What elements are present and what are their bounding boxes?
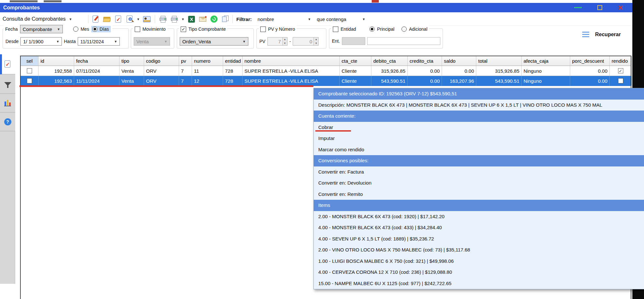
desde-label: Desde [6, 39, 18, 44]
send-email-icon[interactable] [198, 15, 207, 24]
filtrar-label: Filtrar: [236, 16, 252, 22]
table-row-selected[interactable]: 192,563 11/11/2024 Venta ORV 7 12 728 SU… [21, 76, 631, 86]
chevron-down-icon: ▼ [57, 27, 60, 31]
tipo-comprobante-combobox[interactable]: Orden_Venta ▼ [180, 37, 248, 46]
principal-radio[interactable] [369, 27, 375, 32]
fecha-mode-combobox[interactable]: Comprobante ▼ [20, 25, 63, 33]
chevron-down-icon[interactable]: ▼ [181, 17, 185, 21]
sidebar-tab-ayuda[interactable]: ? [0, 112, 15, 131]
export-excel-icon[interactable]: X [187, 15, 196, 24]
whatsapp-icon[interactable] [210, 15, 219, 24]
chevron-down-icon: ▼ [308, 17, 311, 21]
edit-note-icon[interactable] [91, 15, 100, 24]
menu-item-line[interactable]: 1.00 - LUIGI BOSCA MALBEC 6 X 750 (cod: … [314, 256, 644, 267]
menu-item-cobrar[interactable]: Cobrar [314, 122, 644, 133]
row-select-checkbox[interactable] [27, 68, 32, 73]
adicional-radio[interactable] [401, 27, 407, 32]
menu-item-line[interactable]: 4.00 - MONSTER BLACK 6X 473 (cod: 433) |… [314, 222, 644, 233]
rendido-checkbox[interactable]: ✓ [618, 68, 623, 73]
pv-numero-checkbox[interactable] [260, 27, 266, 32]
menu-burger-icon[interactable] [582, 30, 589, 38]
column-header-pv[interactable]: pv [179, 56, 192, 66]
fecha-mode-value: Comprobante [23, 27, 52, 32]
menu-header-cuenta-corriente: Cuenta corriente: [314, 111, 644, 122]
cell-cta-cte: Cliente [340, 76, 371, 86]
menu-item-marcar-rendido[interactable]: Marcar como rendido [314, 144, 644, 155]
filter-field-combobox[interactable]: nombre ▼ [258, 16, 311, 22]
column-header-porc-descuent[interactable]: porc_descuent [570, 56, 610, 66]
recuperar-button[interactable]: Recuperar [595, 32, 621, 37]
menu-item-convertir-factura[interactable]: Convertir en: Factura [314, 166, 644, 178]
menu-item-line[interactable]: 2.00 - MONSTER BLACK 6X 473 (cod: 1920) … [314, 211, 644, 222]
active-tab-indicator [0, 54, 2, 74]
dias-option[interactable]: Días [91, 26, 111, 32]
entidad-checkbox[interactable] [333, 27, 338, 32]
column-header-fecha[interactable]: fecha [74, 56, 119, 66]
bar-chart-icon [4, 100, 11, 106]
hasta-datepicker[interactable]: 11/11/2024 ▼ [78, 37, 120, 46]
column-header-entidad[interactable]: entidad [223, 56, 243, 66]
print-options-icon[interactable] [170, 15, 179, 24]
dias-radio[interactable] [92, 27, 97, 32]
row-select-checkbox[interactable] [27, 78, 32, 83]
print-icon[interactable] [159, 15, 167, 24]
column-header-credito-cta[interactable]: credito_cta [408, 56, 442, 66]
pv-stepper[interactable]: 7 ▲▼ [267, 37, 288, 46]
menu-item-convertir-remito[interactable]: Convertir en: Remito [314, 189, 644, 200]
menu-item-imputar[interactable]: Imputar [314, 133, 644, 144]
close-icon[interactable]: ✕ [618, 5, 623, 11]
menu-item-line[interactable]: 4.00 - SEVEN UP 6 X 1,5 LT (cod: 1889) |… [314, 233, 644, 245]
mes-radio[interactable] [73, 27, 78, 32]
menu-item-line[interactable]: 2.00 - VINO OTRO LOCO MAS X 750 MALBEC (… [314, 244, 644, 256]
column-header-codigo[interactable]: codigo [144, 56, 179, 66]
sidebar-tab-comprobantes[interactable]: ✓ [0, 54, 15, 74]
copy-icon[interactable] [221, 15, 230, 24]
minimize-icon[interactable] [574, 7, 582, 8]
column-header-sel[interactable]: sel [21, 56, 39, 66]
tipo-comprobante-checkbox[interactable]: ✓ [181, 27, 186, 32]
stepper-up-icon[interactable]: ▲ [314, 37, 318, 41]
ent-name-field[interactable] [367, 37, 440, 45]
column-header-total[interactable]: total [476, 56, 522, 66]
cell-fecha: 07/11/2024 [74, 66, 119, 76]
menu-item-line[interactable]: 15.00 - NAMPE MALBEC 6U X 1125 (cod: 977… [314, 278, 644, 289]
maximize-icon[interactable] [597, 5, 602, 10]
search-document-icon[interactable] [125, 15, 134, 24]
annotation-underline-cobrar [315, 130, 351, 132]
column-header-nombre[interactable]: nombre [243, 56, 340, 66]
stepper-down-icon[interactable]: ▼ [314, 41, 318, 45]
cell-debito-cta: 543,590.51 [371, 76, 408, 86]
table-row[interactable]: 192,558 07/11/2024 Venta ORV 7 11 728 SU… [21, 66, 631, 76]
movimiento-checkbox[interactable] [135, 27, 140, 32]
cell-rendido [610, 76, 632, 86]
cell-nombre: SUPER ESTRELLA -VILLA ELISA [243, 66, 340, 76]
filter-match-combobox[interactable]: que contenga ▼ [317, 16, 366, 22]
menu-item-convertir-devolucion[interactable]: Convertir en: Devolucion [314, 177, 644, 189]
chevron-down-icon[interactable]: ▼ [137, 17, 140, 21]
ent-code-field[interactable] [342, 37, 365, 45]
column-header-afecta-caja[interactable]: afecta_caja [522, 56, 570, 66]
stepper-up-icon[interactable]: ▲ [283, 37, 287, 41]
sidebar-tab-filtros[interactable] [0, 74, 15, 94]
rendido-checkbox[interactable] [618, 78, 623, 83]
menu-item-line[interactable]: 4.00 - CERVEZA CORONA 12 X 710 (cod: 236… [314, 267, 644, 278]
desde-datepicker[interactable]: 1/ 1/1900 ▼ [20, 37, 62, 46]
document-check-icon[interactable]: ✓ [114, 15, 123, 24]
toolbar-separator [232, 15, 233, 23]
stepper-down-icon[interactable]: ▼ [283, 41, 287, 45]
entity-card-icon[interactable] [142, 15, 151, 24]
column-header-debito-cta[interactable]: debito_cta [371, 56, 408, 66]
column-header-rendido[interactable]: rendido [610, 56, 632, 66]
view-selector-combobox[interactable]: Consulta de Comprobantes ▼ [3, 16, 72, 22]
column-header-tipo[interactable]: tipo [119, 56, 144, 66]
column-header-numero[interactable]: numero [192, 56, 223, 66]
pv-label: PV [259, 39, 266, 44]
cell-entidad: 728 [223, 66, 243, 76]
open-folder-icon[interactable] [103, 15, 111, 24]
cell-numero: 11 [192, 66, 223, 76]
column-header-saldo[interactable]: saldo [442, 56, 476, 66]
column-header-id[interactable]: id [39, 56, 74, 66]
sidebar-tab-estadisticas[interactable] [0, 94, 15, 112]
column-header-cta-cte[interactable]: cta_cte [340, 56, 371, 66]
numero-stepper[interactable]: 0 ▲▼ [293, 37, 319, 46]
